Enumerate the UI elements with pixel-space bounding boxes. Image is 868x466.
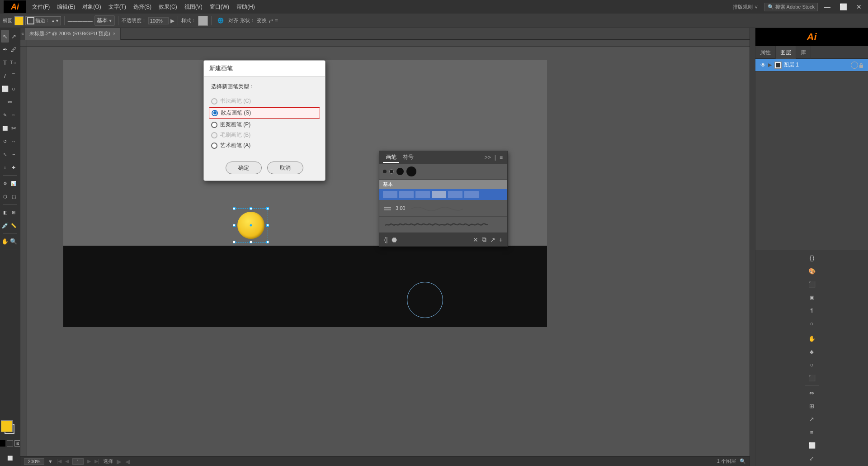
- status-prev-icon[interactable]: ◀: [125, 458, 130, 465]
- menu-object[interactable]: 对象(O): [79, 2, 104, 12]
- line-tool[interactable]: /: [1, 69, 9, 82]
- brush-selected-row[interactable]: [379, 189, 507, 200]
- layer-item-1[interactable]: 👁 ▶ 图层 1: [755, 59, 868, 71]
- panel-menu-icon[interactable]: ≡: [499, 153, 504, 162]
- align-label[interactable]: 对齐: [228, 17, 238, 24]
- more-options-icon[interactable]: ≡: [275, 18, 278, 24]
- menu-help[interactable]: 帮助(H): [233, 2, 258, 12]
- cancel-button[interactable]: 取消: [267, 162, 303, 174]
- collapse-panels-icon[interactable]: «: [20, 28, 25, 40]
- reflect-tool[interactable]: ↔: [9, 135, 18, 147]
- page-nav-fwd[interactable]: ▶: [87, 458, 91, 464]
- page-nav-prev[interactable]: |◀: [57, 458, 61, 464]
- panel-icon-1[interactable]: ⟨⟩: [806, 252, 818, 264]
- panel-icon-12[interactable]: ⊞: [806, 400, 818, 412]
- tab-symbols[interactable]: 符号: [400, 152, 416, 163]
- duplicate-brush-icon[interactable]: ⧉: [480, 235, 488, 244]
- menu-view[interactable]: 视图(V): [181, 2, 206, 12]
- delete-brush-icon[interactable]: ✕: [471, 235, 480, 244]
- handle-bottom-middle[interactable]: [250, 241, 252, 243]
- opacity-input[interactable]: [148, 17, 169, 24]
- menu-window[interactable]: 窗口(W): [207, 2, 232, 12]
- tab-brushes[interactable]: 画笔: [383, 152, 399, 163]
- globe-icon[interactable]: 🌐: [215, 17, 226, 24]
- handle-top-right[interactable]: [266, 207, 269, 210]
- transform-label[interactable]: 变换: [257, 17, 267, 24]
- layer-name[interactable]: 图层 1: [783, 61, 851, 69]
- panel-icon-10[interactable]: ⬛: [806, 372, 818, 384]
- width-tool[interactable]: ↕: [1, 161, 9, 174]
- tab-layers[interactable]: 图层: [776, 46, 796, 59]
- rotate-tool[interactable]: ↺: [1, 135, 9, 147]
- rough-brush-row[interactable]: [379, 216, 507, 233]
- shape-label[interactable]: 形状：: [240, 17, 255, 24]
- minimize-button[interactable]: —: [821, 3, 833, 10]
- curvature-tool[interactable]: 🖊: [9, 43, 18, 56]
- panel-icon-6[interactable]: ○: [806, 318, 818, 329]
- layer-target-icon[interactable]: [851, 62, 858, 69]
- selection-tool[interactable]: ↖: [1, 30, 9, 43]
- handle-middle-left[interactable]: [233, 224, 236, 227]
- handle-top-left[interactable]: [233, 207, 236, 210]
- zoom-input[interactable]: [24, 458, 44, 465]
- maximize-button[interactable]: ⬜: [837, 3, 850, 10]
- brush-options-icon[interactable]: ⟨|: [382, 235, 390, 244]
- handle-middle-right[interactable]: [266, 224, 269, 227]
- transform-expand-icon[interactable]: ⇄: [269, 18, 273, 24]
- ellipse-tool[interactable]: ○: [9, 82, 18, 95]
- tab-close-button[interactable]: ×: [113, 31, 116, 36]
- menu-select[interactable]: 选择(S): [130, 2, 155, 12]
- zoom-dropdown-icon[interactable]: ▼: [48, 459, 53, 464]
- direct-selection-tool[interactable]: ↗: [9, 30, 18, 43]
- brush-dot-small[interactable]: [383, 170, 387, 173]
- status-search-icon[interactable]: 🔍: [740, 458, 746, 464]
- radio-pattern[interactable]: 艺术画笔 (A): [211, 140, 318, 151]
- arc-tool[interactable]: ⌒: [9, 69, 18, 82]
- swap-colors-icon[interactable]: [0, 440, 5, 447]
- style-swatch[interactable]: [198, 16, 208, 26]
- panel-icon-11[interactable]: ⇔: [806, 387, 818, 399]
- tab-properties[interactable]: 属性: [755, 46, 776, 59]
- radio-art[interactable]: 图案画笔 (P): [211, 119, 318, 130]
- panel-icon-16[interactable]: ⤢: [806, 452, 818, 464]
- panel-icon-14[interactable]: ≡: [806, 426, 818, 438]
- menu-effect[interactable]: 效果(C): [156, 2, 180, 12]
- eyedropper-tool[interactable]: 💉: [1, 219, 9, 232]
- radio-pattern-input[interactable]: [211, 143, 217, 149]
- brush-squiggle-row[interactable]: 3.00: [379, 200, 507, 216]
- panel-icon-8[interactable]: ♣: [806, 346, 818, 357]
- hand-tool[interactable]: ✋: [1, 235, 9, 247]
- opacity-expand[interactable]: ▶: [170, 18, 175, 24]
- zoom-tool[interactable]: 🔍: [9, 235, 18, 247]
- tab-library[interactable]: 库: [796, 46, 811, 59]
- layer-lock-icon[interactable]: [858, 62, 864, 68]
- layer-expand-icon[interactable]: ▶: [768, 62, 772, 68]
- handle-bottom-left[interactable]: [233, 241, 236, 243]
- pen-tool[interactable]: ✒: [1, 43, 9, 56]
- type-tool[interactable]: T: [1, 56, 9, 69]
- warp-tool[interactable]: ⌣: [9, 148, 18, 161]
- pencil-tool[interactable]: ✎: [1, 109, 9, 121]
- radio-calligraphy-input[interactable]: [211, 98, 217, 105]
- radio-bristle-input[interactable]: [211, 132, 217, 138]
- move-brush-icon[interactable]: ↗: [488, 235, 497, 244]
- handle-bottom-right[interactable]: [266, 241, 269, 243]
- stroke-style-dropdown[interactable]: 基本 ▼: [94, 15, 115, 26]
- search-stock[interactable]: 🔍 搜索 Adobe Stock: [764, 3, 818, 11]
- menu-text[interactable]: 文字(T): [105, 2, 129, 12]
- panel-icon-3[interactable]: ⬛: [806, 278, 818, 290]
- radio-scatter[interactable]: 散点画笔 (S): [209, 107, 320, 119]
- vertical-scrollbar[interactable]: [750, 28, 755, 466]
- page-nav-last[interactable]: ▶|: [94, 458, 99, 464]
- measure-tool[interactable]: 📏: [9, 219, 18, 232]
- scale-tool[interactable]: ⤡: [1, 148, 9, 161]
- circle-object[interactable]: [237, 212, 264, 239]
- gradient-tool[interactable]: ◧: [1, 206, 9, 219]
- column-graph-tool[interactable]: 📊: [9, 177, 18, 190]
- menu-edit[interactable]: 编辑(E): [54, 2, 78, 12]
- radio-art-input[interactable]: [211, 122, 217, 128]
- artboard-tool[interactable]: ⬡: [1, 190, 9, 203]
- layer-visibility-icon[interactable]: 👁: [759, 61, 767, 69]
- page-input[interactable]: [72, 458, 84, 465]
- confirm-button[interactable]: 确定: [226, 162, 262, 174]
